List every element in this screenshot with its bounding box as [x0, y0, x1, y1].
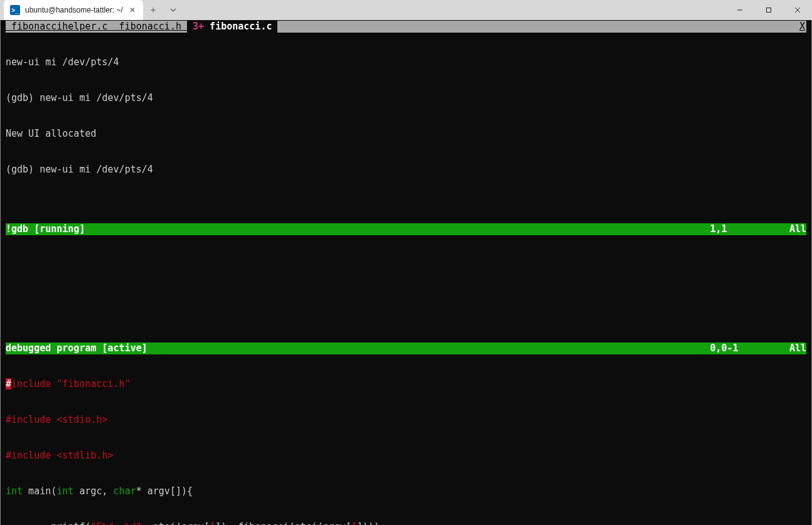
source-line: #include <stdio.h> — [6, 414, 806, 426]
vim-tab-modified: + — [198, 21, 204, 32]
include-target: "fibonacci.h" — [56, 378, 130, 390]
number-literal: 1 — [210, 521, 215, 525]
number-literal: 1 — [351, 521, 357, 525]
svg-rect-1 — [767, 8, 771, 13]
terminal-surface[interactable]: fibonaccihelper.c fibonacci.h 3+ fibonac… — [0, 20, 812, 525]
titlebar: >_ ubuntu@handsome-tattler: ~/ ✕ ＋ — [0, 0, 812, 20]
sp — [51, 378, 56, 390]
include-target: <stdio.h> — [56, 414, 107, 425]
type-kw: int — [56, 485, 73, 497]
tab-strip: >_ ubuntu@handsome-tattler: ~/ ✕ ＋ — [0, 0, 183, 20]
pp-directive: include — [11, 378, 51, 390]
code: argc, — [73, 485, 113, 497]
new-tab-button[interactable]: ＋ — [143, 0, 163, 20]
code: * argv[]){ — [136, 485, 193, 497]
vim-tab-inactive[interactable]: fibonaccihelper.c fibonacci.h — [6, 21, 187, 33]
gdb-line: New UI allocated — [6, 128, 806, 140]
maximize-button[interactable] — [754, 0, 783, 20]
source-line: int main(int argc, char* argv[]){ — [6, 485, 806, 497]
code: main( — [23, 485, 56, 497]
status-left: !gdb [running] — [6, 223, 85, 235]
source-pane[interactable]: #include "fibonacci.h" #include <stdio.h… — [6, 354, 806, 525]
type-kw: int — [6, 485, 23, 497]
powershell-icon: >_ — [10, 5, 20, 15]
status-left: debugged program [active] — [6, 342, 147, 354]
gdb-line: (gdb) new-ui mi /dev/pts/4 — [6, 92, 806, 104]
statusline-gdb: !gdb [running] 1,1 All — [6, 223, 806, 235]
vim-tab-count: 3 — [193, 21, 198, 32]
pp-directive: #include — [6, 414, 51, 425]
vim-tab-active[interactable]: 3+ fibonacci.c — [187, 21, 278, 33]
code: ]))); — [357, 521, 385, 525]
close-button[interactable] — [783, 0, 812, 20]
code: , atoi(argv[ — [142, 521, 210, 525]
code: printf( — [6, 521, 90, 525]
string-literal: "F%d: %d" — [90, 521, 141, 525]
source-line: #include <stdlib.h> — [6, 450, 806, 462]
terminal-tab[interactable]: >_ ubuntu@handsome-tattler: ~/ ✕ — [4, 0, 143, 20]
status-gap — [739, 342, 789, 354]
debugged-program-pane[interactable] — [6, 235, 806, 342]
pp-directive: #include — [6, 450, 51, 461]
status-gap — [727, 223, 789, 235]
tab-title: ubuntu@handsome-tattler: ~/ — [25, 6, 123, 14]
include-target: <stdlib.h> — [56, 450, 113, 461]
type-kw: char — [114, 485, 136, 497]
gdb-line: new-ui mi /dev/pts/4 — [6, 56, 806, 68]
gdb-pane[interactable]: new-ui mi /dev/pts/4 (gdb) new-ui mi /de… — [6, 33, 806, 223]
sp — [51, 450, 56, 461]
status-pos: 1,1 — [710, 223, 727, 235]
code: ]), fibonacci(atoi(argv[ — [215, 521, 351, 525]
source-line: printf("F%d: %d", atoi(argv[1]), fibonac… — [6, 521, 806, 525]
statusline-debugged: debugged program [active] 0,0-1 All — [6, 342, 806, 354]
vim-tab-active-label: fibonacci.c — [204, 21, 277, 32]
vim-tabline: fibonaccihelper.c fibonacci.h 3+ fibonac… — [6, 21, 806, 33]
tab-close-icon[interactable]: ✕ — [128, 6, 137, 14]
sp — [51, 414, 56, 425]
window-controls — [725, 0, 812, 20]
status-pct: All — [789, 223, 806, 235]
source-line: #include "fibonacci.h" — [6, 378, 806, 390]
gdb-line: (gdb) new-ui mi /dev/pts/4 — [6, 164, 806, 176]
cursor: # — [6, 378, 11, 390]
vim-tab-close[interactable]: X — [798, 21, 806, 33]
tab-dropdown-button[interactable] — [163, 0, 183, 20]
status-pos: 0,0-1 — [710, 342, 738, 354]
status-pct: All — [789, 342, 806, 354]
minimize-button[interactable] — [725, 0, 754, 20]
terminal-inner: fibonaccihelper.c fibonacci.h 3+ fibonac… — [1, 20, 811, 525]
